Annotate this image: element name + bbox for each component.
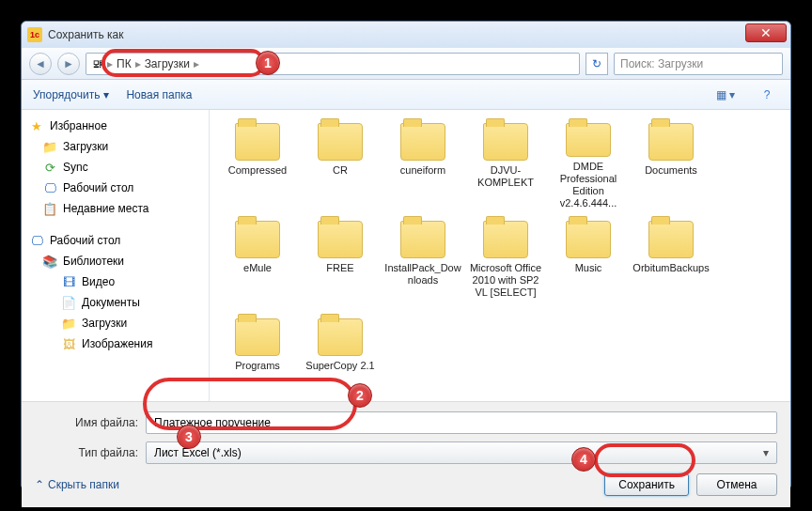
search-placeholder: Поиск: Загрузки	[620, 57, 703, 70]
folder-icon	[483, 221, 528, 258]
navbar: ◄ ► 🖳 ▸ ПК ▸ Загрузки ▸ ↻ Поиск: Загрузк…	[22, 48, 790, 80]
file-item[interactable]: CR	[300, 119, 381, 213]
file-label: Microsoft Office 2010 with SP2 VL [SELEC…	[467, 262, 544, 299]
bottom-panel: Имя файла: Платежное поручение Тип файла…	[22, 401, 790, 507]
file-label: Documents	[645, 164, 697, 177]
folder-icon	[318, 123, 363, 161]
file-label: Compressed	[228, 164, 287, 177]
file-item[interactable]: InstallPack_Downloads	[383, 217, 463, 311]
sidebar-downloads[interactable]: 📁Загрузки	[25, 136, 205, 157]
folder-icon	[400, 221, 445, 258]
filename-label: Имя файла:	[35, 416, 138, 429]
folder-icon	[566, 123, 611, 157]
breadcrumb-pc[interactable]: ПК	[117, 57, 132, 70]
folder-icon: 📁	[42, 139, 57, 154]
sidebar-desktop2[interactable]: 🖵Рабочий стол	[25, 230, 205, 251]
sidebar-sync[interactable]: ⟳Sync	[25, 157, 205, 178]
folder-icon	[318, 221, 363, 258]
search-input[interactable]: Поиск: Загрузки	[614, 53, 783, 75]
cancel-button[interactable]: Отмена	[696, 473, 777, 496]
sidebar-libraries[interactable]: 📚Библиотеки	[25, 251, 205, 271]
save-dialog: 1c Сохранить как ✕ ◄ ► 🖳 ▸ ПК ▸ Загрузки…	[21, 21, 791, 490]
file-item[interactable]: Compressed	[217, 119, 298, 213]
file-label: Programs	[235, 360, 280, 372]
window-title: Сохранить как	[48, 28, 123, 41]
folder-icon	[566, 221, 611, 258]
titlebar: 1c Сохранить как ✕	[22, 22, 790, 48]
desktop-icon: 🖵	[29, 233, 44, 248]
file-label: CR	[333, 164, 348, 177]
file-label: Music	[575, 262, 602, 274]
refresh-button[interactable]: ↻	[586, 53, 608, 75]
sidebar-video[interactable]: 🎞Видео	[25, 271, 205, 292]
sidebar-recent[interactable]: 📋Недавние места	[25, 198, 205, 219]
folder-icon	[318, 318, 363, 356]
images-icon: 🖼	[61, 336, 76, 351]
video-icon: 🎞	[61, 274, 76, 289]
star-icon: ★	[29, 118, 44, 133]
file-item[interactable]: eMule	[217, 217, 298, 311]
app-icon: 1c	[27, 27, 42, 42]
file-label: eMule	[243, 262, 272, 274]
file-item[interactable]: Music	[548, 217, 629, 311]
organize-button[interactable]: Упорядочить ▾	[33, 88, 109, 101]
libraries-icon: 📚	[42, 254, 57, 269]
file-item[interactable]: FREE	[300, 217, 381, 311]
chevron-right-icon: ▸	[107, 57, 113, 70]
file-label: cuneiform	[400, 164, 445, 177]
breadcrumb-downloads[interactable]: Загрузки	[145, 57, 190, 70]
folder-icon	[235, 221, 280, 258]
folder-icon: 📁	[61, 316, 76, 331]
file-label: FREE	[326, 262, 353, 274]
file-item[interactable]: Microsoft Office 2010 with SP2 VL [SELEC…	[465, 217, 546, 311]
folder-icon	[235, 318, 280, 356]
chevron-right-icon: ▸	[194, 57, 199, 70]
folder-icon	[648, 221, 694, 258]
sidebar-downloads2[interactable]: 📁Загрузки	[25, 313, 205, 333]
desktop-icon: 🖵	[42, 180, 57, 195]
file-item[interactable]: DJVU-KOMPLEKT	[465, 119, 546, 213]
filetype-select[interactable]: Лист Excel (*.xls)	[146, 441, 777, 464]
file-item[interactable]: OrbitumBackups	[631, 217, 711, 311]
chevron-right-icon: ▸	[135, 57, 141, 70]
documents-icon: 📄	[61, 295, 76, 310]
sidebar-favorites[interactable]: ★Избранное	[25, 116, 205, 136]
sidebar-images[interactable]: 🖼Изображения	[25, 333, 205, 354]
folder-icon	[483, 123, 528, 161]
file-label: DMDE Professional Edition v2.4.6.444...	[550, 161, 627, 209]
new-folder-button[interactable]: Новая папка	[126, 88, 192, 101]
file-label: SuperCopy 2.1	[305, 360, 374, 372]
sidebar: ★Избранное 📁Загрузки ⟳Sync 🖵Рабочий стол…	[22, 110, 210, 401]
file-item[interactable]: SuperCopy 2.1	[300, 315, 381, 401]
file-label: InstallPack_Downloads	[384, 262, 461, 286]
filename-input[interactable]: Платежное поручение	[146, 411, 777, 434]
file-item[interactable]: Documents	[631, 119, 711, 213]
toolbar: Упорядочить ▾ Новая папка ▦ ▾ ?	[22, 80, 790, 110]
breadcrumb[interactable]: 🖳 ▸ ПК ▸ Загрузки ▸	[86, 53, 580, 75]
forward-button[interactable]: ►	[57, 53, 80, 75]
sidebar-desktop[interactable]: 🖵Рабочий стол	[25, 178, 205, 198]
folder-icon	[400, 123, 445, 161]
save-button[interactable]: Сохранить	[604, 473, 689, 496]
dialog-body: ★Избранное 📁Загрузки ⟳Sync 🖵Рабочий стол…	[22, 110, 790, 401]
file-grid: CompressedCRcuneiformDJVU-KOMPLEKTDMDE P…	[210, 110, 790, 401]
chevron-down-icon: ▾	[103, 88, 109, 101]
file-label: DJVU-KOMPLEKT	[467, 164, 544, 189]
chevron-up-icon: ⌃	[35, 478, 44, 491]
close-button[interactable]: ✕	[745, 23, 787, 42]
file-item[interactable]: cuneiform	[383, 119, 463, 213]
file-item[interactable]: DMDE Professional Edition v2.4.6.444...	[548, 119, 629, 213]
recent-icon: 📋	[42, 201, 57, 216]
help-button[interactable]: ?	[755, 85, 779, 105]
view-button[interactable]: ▦ ▾	[713, 85, 738, 105]
computer-icon: 🖳	[92, 57, 103, 70]
file-item[interactable]: Programs	[217, 315, 298, 401]
sidebar-documents[interactable]: 📄Документы	[25, 292, 205, 313]
filetype-label: Тип файла:	[35, 446, 138, 459]
file-label: OrbitumBackups	[632, 262, 709, 274]
back-button[interactable]: ◄	[29, 53, 52, 75]
folder-icon	[648, 123, 694, 161]
hide-folders-link[interactable]: ⌃Скрыть папки	[35, 478, 119, 491]
folder-icon	[235, 123, 280, 161]
sync-icon: ⟳	[42, 160, 57, 175]
